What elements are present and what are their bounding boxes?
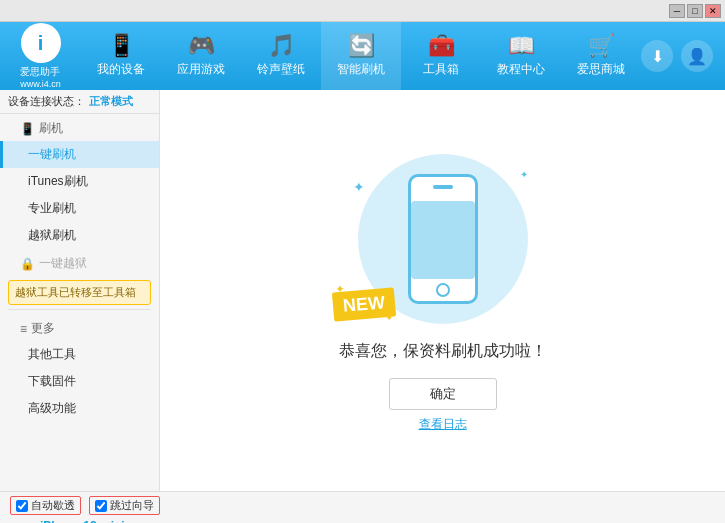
auto-dismiss-checkbox-group[interactable]: 自动歇透 [10, 496, 81, 515]
flash-section-header: 📱 刷机 [0, 114, 159, 141]
lock-icon: 🔒 [20, 257, 35, 271]
toolbox-icon: 🧰 [428, 35, 455, 57]
sidebar-warning: 越狱工具已转移至工具箱 [8, 280, 151, 305]
new-badge: NEW [331, 287, 395, 321]
nav-items: 📱 我的设备 🎮 应用游戏 🎵 铃声壁纸 🔄 智能刷机 🧰 工具箱 📖 教程中心… [81, 22, 641, 90]
sidebar-item-pro-flash[interactable]: 专业刷机 [0, 195, 159, 222]
sidebar-item-download-firmware[interactable]: 下载固件 [0, 368, 159, 395]
bottom-section: 自动歇透 跳过向导 📱 iPhone 12 mini 64GB Down-12m… [0, 491, 725, 523]
bottom-checkboxes-row: 自动歇透 跳过向导 [0, 492, 725, 519]
sidebar: 设备连接状态： 正常模式 📱 刷机 一键刷机 iTunes刷机 专业刷机 越狱刷… [0, 90, 160, 491]
phone-shape [408, 174, 478, 304]
sidebar-item-other-tools[interactable]: 其他工具 [0, 341, 159, 368]
nav-smart-flash[interactable]: 🔄 智能刷机 [321, 22, 401, 90]
header: i 爱思助手 www.i4.cn 📱 我的设备 🎮 应用游戏 🎵 铃声壁纸 🔄 … [0, 22, 725, 90]
minimize-button[interactable]: ─ [669, 4, 685, 18]
flash-section-icon: 📱 [20, 122, 35, 136]
view-log-link[interactable]: 查看日志 [419, 416, 467, 433]
tutorials-icon: 📖 [508, 35, 535, 57]
main-area: 设备连接状态： 正常模式 📱 刷机 一键刷机 iTunes刷机 专业刷机 越狱刷… [0, 90, 725, 491]
nav-apps-games[interactable]: 🎮 应用游戏 [161, 22, 241, 90]
phone-home-button [436, 283, 450, 297]
skip-wizard-label[interactable]: 跳过向导 [110, 498, 154, 513]
more-icon: ≡ [20, 322, 27, 336]
one-click-restore-header: 🔒 一键越狱 [0, 249, 159, 276]
device-name: iPhone 12 mini [40, 519, 125, 523]
logo-area: i 爱思助手 www.i4.cn [0, 23, 81, 89]
phone-illustration: ✦ ✦ NEW [343, 149, 543, 329]
sidebar-divider [8, 309, 151, 310]
logo-text: 爱思助手 www.i4.cn [20, 65, 61, 89]
more-section-header: ≡ 更多 [0, 314, 159, 341]
skip-wizard-checkbox-group[interactable]: 跳过向导 [89, 496, 160, 515]
sparkle-left-icon: ✦ [353, 179, 365, 195]
logo-icon: i [21, 23, 61, 63]
user-button[interactable]: 👤 [681, 40, 713, 72]
download-button[interactable]: ⬇ [641, 40, 673, 72]
nav-my-device[interactable]: 📱 我的设备 [81, 22, 161, 90]
smart-flash-icon: 🔄 [348, 35, 375, 57]
device-info: iPhone 12 mini 64GB Down-12mini-13,1 [36, 519, 125, 523]
my-device-icon: 📱 [108, 35, 135, 57]
sparkle-right-icon: ✦ [520, 169, 528, 180]
window-controls[interactable]: ─ □ ✕ [669, 4, 721, 18]
nav-shop[interactable]: 🛒 爱思商城 [561, 22, 641, 90]
success-message: 恭喜您，保资料刷机成功啦！ [339, 341, 547, 362]
title-bar: ─ □ ✕ [0, 0, 725, 22]
device-info-row: 📱 iPhone 12 mini 64GB Down-12mini-13,1 [0, 519, 725, 523]
sidebar-item-advanced[interactable]: 高级功能 [0, 395, 159, 422]
nav-ringtones[interactable]: 🎵 铃声壁纸 [241, 22, 321, 90]
nav-right-buttons: ⬇ 👤 [641, 40, 725, 72]
close-button[interactable]: ✕ [705, 4, 721, 18]
auto-dismiss-label[interactable]: 自动歇透 [31, 498, 75, 513]
shop-icon: 🛒 [588, 35, 615, 57]
sidebar-item-jailbreak-flash[interactable]: 越狱刷机 [0, 222, 159, 249]
ringtones-icon: 🎵 [268, 35, 295, 57]
phone-screen [411, 201, 475, 279]
sidebar-item-one-click-flash[interactable]: 一键刷机 [0, 141, 159, 168]
confirm-button[interactable]: 确定 [389, 378, 497, 410]
nav-toolbox[interactable]: 🧰 工具箱 [401, 22, 481, 90]
sidebar-item-itunes-flash[interactable]: iTunes刷机 [0, 168, 159, 195]
connection-status: 设备连接状态： 正常模式 [0, 90, 159, 114]
auto-dismiss-checkbox[interactable] [16, 500, 28, 512]
apps-games-icon: 🎮 [188, 35, 215, 57]
content-area: ✦ ✦ NEW 恭喜您，保资料刷机成功啦！ 确定 查看日志 [160, 90, 725, 491]
nav-tutorials[interactable]: 📖 教程中心 [481, 22, 561, 90]
skip-wizard-checkbox[interactable] [95, 500, 107, 512]
maximize-button[interactable]: □ [687, 4, 703, 18]
